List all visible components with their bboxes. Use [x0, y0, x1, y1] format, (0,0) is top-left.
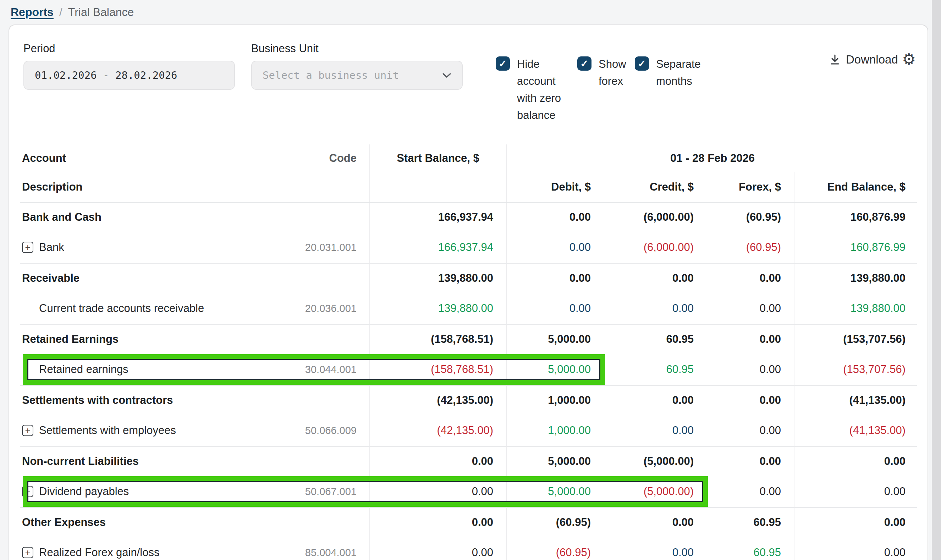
start-balance-value: 0.00	[370, 476, 507, 507]
header-start-balance: Start Balance, $	[370, 145, 507, 172]
forex-value: (60.95)	[706, 232, 795, 263]
end-balance-value: 160,876.99	[795, 203, 918, 232]
account-name: Retained earnings	[39, 363, 128, 376]
account-code: 50.067.001	[305, 486, 357, 497]
trial-balance-table: Account Code Description Start Balance, …	[20, 145, 917, 560]
account-row[interactable]: + Bank 20.031.001 166,937.94 0.00 (6,000…	[20, 232, 917, 263]
forex-value: 0.00	[706, 386, 795, 415]
debit-value: (60.95)	[507, 508, 604, 537]
checkbox-hide-zero-balance[interactable]: ✓ Hide account with zero balance	[496, 56, 574, 124]
header-end-balance: End Balance, $	[795, 172, 918, 202]
section-total-row: Retained Earnings (158,768.51) 5,000.00 …	[20, 325, 917, 354]
debit-value: 5,000.00	[507, 325, 604, 354]
debit-value[interactable]: 0.00	[507, 293, 604, 324]
download-button[interactable]: Download	[829, 53, 898, 66]
checkbox-show-forex[interactable]: ✓ Show forex	[577, 56, 634, 90]
download-label: Download	[846, 53, 898, 66]
credit-value[interactable]: (5,000.00)	[604, 476, 706, 507]
breadcrumb-separator: /	[59, 6, 63, 19]
breadcrumb-reports-link[interactable]: Reports	[11, 6, 54, 19]
period-label: Period	[23, 42, 235, 55]
section-name: Retained Earnings	[22, 333, 118, 346]
header-period-group: 01 - 28 Feb 2026	[507, 145, 918, 172]
account-code: 85.004.001	[305, 547, 357, 558]
end-balance-value: (41,135.00)	[795, 386, 918, 415]
debit-value[interactable]: 0.00	[507, 232, 604, 263]
account-row[interactable]: + Retained earnings 30.044.001 (158,768.…	[20, 354, 917, 385]
start-balance-value: 139,880.00	[370, 293, 507, 324]
page-title: Trial Balance	[68, 6, 134, 19]
credit-value: 0.00	[604, 264, 706, 293]
end-balance-value: 0.00	[795, 508, 918, 537]
forex-value: (60.95)	[706, 203, 795, 232]
account-section: Receivable 139,880.00 0.00 0.00 0.00 139…	[20, 264, 917, 325]
start-balance-value: (42,135.00)	[370, 415, 507, 446]
credit-value: 60.95	[604, 325, 706, 354]
forex-value: 0.00	[706, 264, 795, 293]
account-code: 20.031.001	[305, 242, 357, 253]
expand-icon[interactable]: +	[22, 425, 33, 436]
period-filter: Period 01.02.2026 - 28.02.2026	[23, 42, 235, 90]
account-section: Other Expenses 0.00 (60.95) 0.00 60.95 0…	[20, 508, 917, 560]
vertical-scrollbar[interactable]	[932, 0, 941, 560]
credit-value[interactable]: 0.00	[604, 415, 706, 446]
start-balance-value: 139,880.00	[370, 264, 507, 293]
header-account: Account	[22, 152, 66, 165]
credit-value[interactable]: 0.00	[604, 537, 706, 560]
credit-value: 0.00	[604, 508, 706, 537]
header-forex: Forex, $	[706, 172, 795, 202]
expand-icon[interactable]: +	[22, 486, 33, 497]
debit-value[interactable]: 1,000.00	[507, 415, 604, 446]
expand-icon[interactable]: +	[22, 242, 33, 253]
business-unit-label: Business Unit	[251, 42, 463, 55]
end-balance-value: (153,707.56)	[795, 325, 918, 354]
section-name: Settlements with contractors	[22, 394, 173, 407]
credit-value: (5,000.00)	[604, 447, 706, 476]
credit-value[interactable]: (6,000.00)	[604, 232, 706, 263]
period-input[interactable]: 01.02.2026 - 28.02.2026	[23, 61, 235, 90]
debit-value: 0.00	[507, 203, 604, 232]
credit-value[interactable]: 0.00	[604, 293, 706, 324]
credit-value: (6,000.00)	[604, 203, 706, 232]
debit-value: 5,000.00	[507, 447, 604, 476]
checkbox-separate-months[interactable]: ✓ Separate months	[635, 56, 711, 90]
checkbox-checked-icon[interactable]: ✓	[635, 57, 649, 71]
debit-value[interactable]: 5,000.00	[507, 354, 604, 385]
header-debit: Debit, $	[507, 172, 604, 202]
account-row[interactable]: + Current trade accounts receivable 20.0…	[20, 293, 917, 324]
report-card: Period 01.02.2026 - 28.02.2026 Business …	[9, 25, 928, 560]
start-balance-value: 0.00	[370, 537, 507, 560]
section-total-row: Settlements with contractors (42,135.00)…	[20, 386, 917, 415]
start-balance-value: 166,937.94	[370, 232, 507, 263]
debit-value[interactable]: (60.95)	[507, 537, 604, 560]
checkbox-checked-icon[interactable]: ✓	[577, 57, 592, 71]
expand-icon[interactable]: +	[22, 547, 33, 558]
end-balance-value: 0.00	[795, 537, 918, 560]
account-row[interactable]: + Dividend payables 50.067.001 0.00 5,00…	[20, 476, 917, 507]
debit-value[interactable]: 5,000.00	[507, 476, 604, 507]
end-balance-value: 160,876.99	[795, 232, 918, 263]
header-credit: Credit, $	[604, 172, 706, 202]
section-name: Bank and Cash	[22, 211, 101, 223]
account-row[interactable]: + Realized Forex gain/loss 85.004.001 0.…	[20, 537, 917, 560]
checkbox-label: Hide account with zero balance	[517, 56, 574, 124]
settings-gear-icon[interactable]: ⚙	[902, 51, 916, 67]
start-balance-value: (158,768.51)	[370, 325, 507, 354]
section-total-row: Receivable 139,880.00 0.00 0.00 0.00 139…	[20, 264, 917, 293]
account-code: 20.036.001	[305, 303, 357, 314]
checkbox-label: Show forex	[598, 56, 634, 90]
header-code: Code	[329, 152, 357, 165]
checkbox-checked-icon[interactable]: ✓	[496, 57, 510, 71]
table-body: Bank and Cash 166,937.94 0.00 (6,000.00)…	[20, 203, 917, 560]
account-section: Bank and Cash 166,937.94 0.00 (6,000.00)…	[20, 203, 917, 264]
account-row[interactable]: + Settlements with employees 50.066.009 …	[20, 415, 917, 446]
account-name: Realized Forex gain/loss	[39, 546, 159, 559]
business-unit-select[interactable]: Select a business unit	[251, 61, 463, 90]
account-name: Settlements with employees	[39, 424, 176, 437]
account-code: 50.066.009	[305, 425, 357, 437]
forex-value: 0.00	[706, 354, 795, 385]
period-value: 01.02.2026 - 28.02.2026	[35, 69, 177, 81]
credit-value[interactable]: 60.95	[604, 354, 706, 385]
start-balance-value: 0.00	[370, 447, 507, 476]
end-balance-value: 0.00	[795, 447, 918, 476]
